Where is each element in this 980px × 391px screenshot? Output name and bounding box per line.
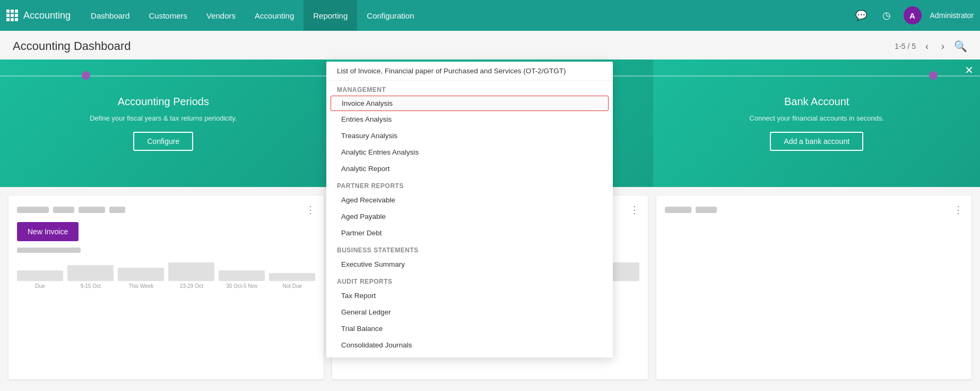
timeline-dot-1 (82, 71, 90, 80)
dropdown-tax-report[interactable]: Tax Report (326, 287, 613, 304)
close-banner-button[interactable]: ✕ (965, 64, 974, 76)
banner-accounting-periods: Accounting Periods Define your fiscal ye… (0, 60, 327, 187)
chart-bar-thisweek: This Week (118, 268, 164, 289)
chart-bar-due: Due (17, 270, 63, 289)
timeline-dot-3 (929, 71, 938, 80)
chart-area-1: Due 9-15 Oct This Week 23-29 Oct 30 Oct-… (17, 257, 315, 289)
dropdown-aged-payable[interactable]: Aged Payable (326, 208, 613, 225)
nav-customers[interactable]: Customers (139, 0, 197, 31)
bar-label-nov5: 30 Oct-5 Nov (226, 283, 257, 289)
blurred-title-1b (53, 207, 74, 213)
reporting-dropdown: List of Invoice, Financial paper of Purc… (326, 62, 613, 358)
bar-thisweek (118, 268, 164, 281)
chart-bar-oct15: 9-15 Oct (67, 265, 114, 289)
bar-label-notdue: Not Due (283, 283, 302, 289)
configure-button[interactable]: Configure (133, 132, 193, 151)
clock-icon[interactable]: ◷ (878, 7, 895, 24)
blurred-title-3a (665, 207, 691, 213)
main-content: Accounting Dashboard 1-5 / 5 ‹ › 🔍 Accou… (0, 31, 980, 391)
card-desc-1: Define your fiscal years & tax returns p… (90, 113, 237, 124)
card-title-1: Accounting Periods (118, 96, 209, 108)
app-title: Accounting (23, 10, 71, 21)
bar-nov5 (219, 270, 265, 281)
blurred-title-1c (79, 207, 105, 213)
management-label: Management (326, 81, 613, 96)
dropdown-consolidated-journals[interactable]: Consolidated Journals (326, 337, 613, 353)
blurred-title-1a (17, 207, 49, 213)
bar-label-thisweek: This Week (128, 283, 153, 289)
topbar-right: 💬 ◷ A Administrator (853, 6, 974, 24)
admin-name: Administrator (930, 11, 974, 20)
pagination-next[interactable]: › (938, 40, 948, 53)
search-button[interactable]: 🔍 (954, 40, 967, 53)
mini-card-2-menu[interactable]: ⋮ (630, 204, 639, 216)
chat-icon[interactable]: 💬 (853, 7, 870, 24)
bar-notdue (269, 273, 315, 281)
create-label-1 (17, 248, 81, 253)
mini-card-1-title-row (17, 207, 125, 213)
dropdown-invoice-analysis[interactable]: Invoice Analysis (331, 96, 609, 111)
chart-bar-nov5: 30 Oct-5 Nov (219, 270, 265, 289)
nav-configuration[interactable]: Configuration (357, 0, 423, 31)
nav-dashboard[interactable]: Dashboard (81, 0, 139, 31)
dropdown-analytic-entries[interactable]: Analytic Entries Analysis (326, 144, 613, 160)
mini-card-1-menu[interactable]: ⋮ (306, 204, 315, 216)
blurred-title-3b (696, 207, 717, 213)
bar-label-oct15: 9-15 Oct (80, 283, 100, 289)
mini-card-invoices: ⋮ New Invoice Due 9-15 Oct This Week (8, 196, 324, 379)
card-desc-3: Connect your financial accounts in secon… (749, 113, 884, 124)
banner-bank-account: ✕ Bank Account Connect your financial ac… (653, 60, 980, 187)
dropdown-executive-summary[interactable]: Executive Summary (326, 256, 613, 273)
nav-reporting[interactable]: Reporting (303, 0, 357, 31)
mini-card-third: ⋮ (656, 196, 972, 379)
pagination-info: 1-5 / 5 (895, 42, 916, 50)
dropdown-general-ledger[interactable]: General Ledger (326, 304, 613, 320)
dropdown-treasury-analysis[interactable]: Treasury Analysis (326, 128, 613, 144)
dropdown-list-invoice[interactable]: List of Invoice, Financial paper of Purc… (326, 62, 613, 81)
chart-bar-oct29: 23-29 Oct (168, 262, 214, 289)
dropdown-trial-balance[interactable]: Trial Balance (326, 320, 613, 337)
new-invoice-button[interactable]: New Invoice (17, 222, 79, 241)
nav-vendors[interactable]: Vendors (197, 0, 245, 31)
mini-card-3-title-row (665, 207, 717, 213)
avatar[interactable]: A (904, 6, 922, 24)
bar-label-due: Due (35, 283, 45, 289)
page-header: Accounting Dashboard 1-5 / 5 ‹ › 🔍 (0, 31, 980, 60)
dropdown-analytic-report[interactable]: Analytic Report (326, 160, 613, 177)
mini-card-3-menu[interactable]: ⋮ (953, 204, 963, 216)
bar-due (17, 270, 63, 281)
page-title: Accounting Dashboard (13, 39, 131, 53)
add-bank-account-button[interactable]: Add a bank account (770, 132, 863, 151)
app-logo[interactable]: Accounting (6, 10, 71, 21)
bar-label-oct29: 23-29 Oct (180, 283, 203, 289)
bar-oct29 (168, 262, 214, 281)
mini-card-1-header: ⋮ (17, 204, 315, 216)
card-title-3: Bank Account (784, 96, 849, 108)
mini-card-3-header: ⋮ (665, 204, 963, 216)
business-statements-label: Business Statements (326, 241, 613, 256)
dropdown-partner-debt[interactable]: Partner Debt (326, 225, 613, 241)
page-header-right: 1-5 / 5 ‹ › 🔍 (895, 40, 967, 53)
partner-reports-label: Partner Reports (326, 177, 613, 192)
audit-reports-label: Audit Reports (326, 273, 613, 287)
nav-accounting[interactable]: Accounting (245, 0, 303, 31)
bar-oct15 (67, 265, 114, 281)
topbar: Accounting Dashboard Customers Vendors A… (0, 0, 980, 31)
main-nav: Dashboard Customers Vendors Accounting R… (81, 0, 852, 31)
chart-bar-notdue: Not Due (269, 273, 315, 289)
dropdown-aged-receivable[interactable]: Aged Receivable (326, 192, 613, 208)
pagination-prev[interactable]: ‹ (922, 40, 932, 53)
grid-icon (6, 10, 18, 21)
blurred-title-1d (109, 207, 125, 213)
dropdown-entries-analysis[interactable]: Entries Analysis (326, 111, 613, 128)
